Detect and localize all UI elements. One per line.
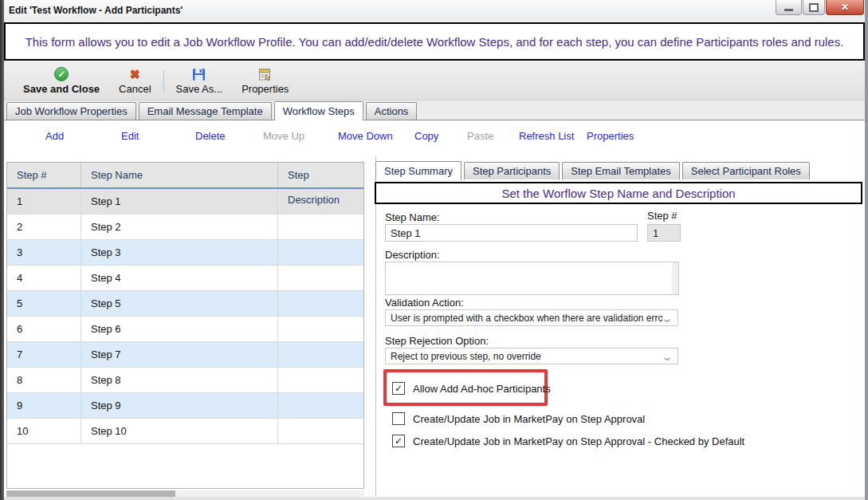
create-update-job-default-checkbox-row[interactable]: ✓ Create/Update Job in MarketPay on Step…: [392, 435, 744, 447]
table-row[interactable]: 8 Step 8: [7, 368, 363, 393]
allow-adhoc-participants-checkbox-row[interactable]: ✓ Allow Add Ad-hoc Participants: [392, 382, 551, 395]
validation-action-label: Validation Action:: [385, 297, 464, 309]
table-row[interactable]: 4 Step 4: [7, 266, 363, 291]
cell-step-num: 6: [7, 317, 81, 341]
cell-step-description: [277, 393, 363, 418]
column-header-step-num[interactable]: Step #: [7, 163, 81, 187]
step-number-input[interactable]: [647, 224, 681, 242]
panel-divider: [375, 156, 376, 497]
cell-step-name: Step 10: [81, 419, 277, 443]
validation-action-select[interactable]: User is prompted with a checkbox when th…: [385, 309, 678, 326]
cell-step-num: 2: [7, 215, 81, 239]
steps-table-header: Step # Step Name Step Description: [7, 163, 363, 189]
action-move-down[interactable]: Move Down: [338, 130, 393, 142]
main-tabbar: Job Workflow Properties Email Message Te…: [4, 100, 865, 120]
tab-job-workflow-properties[interactable]: Job Workflow Properties: [6, 102, 136, 120]
cell-step-name: Step 7: [81, 342, 277, 367]
create-update-job-checkbox[interactable]: [392, 412, 405, 425]
cell-step-name: Step 4: [81, 266, 277, 290]
tab-step-participants[interactable]: Step Participants: [464, 162, 560, 179]
create-update-job-default-checkbox[interactable]: ✓: [392, 435, 405, 447]
cancel-icon: ✖: [130, 68, 140, 81]
tab-step-email-templates[interactable]: Step Email Templates: [562, 162, 680, 179]
cancel-label: Cancel: [119, 83, 151, 95]
step-name-input[interactable]: [385, 224, 638, 242]
tab-workflow-steps[interactable]: Workflow Steps: [274, 101, 363, 120]
action-edit[interactable]: Edit: [121, 130, 139, 142]
column-header-step-name[interactable]: Step Name: [81, 163, 277, 187]
cell-step-num: 1: [7, 189, 81, 214]
dialog-window: Edit 'Test Workflow - Add Participants' …: [0, 0, 868, 500]
minimize-button[interactable]: [776, 0, 802, 15]
cell-step-description: [277, 215, 363, 239]
chevron-down-icon: ⌄: [661, 314, 674, 322]
create-update-job-checkbox-row[interactable]: Create/Update Job in MarketPay on Step A…: [392, 412, 645, 425]
cell-step-num: 4: [7, 266, 81, 290]
column-header-step-description[interactable]: Step Description: [277, 163, 363, 187]
minimize-icon: [784, 9, 793, 11]
save-and-close-label: Save and Close: [23, 83, 100, 95]
step-rejection-option-select[interactable]: Reject to previous step, no override ⌄: [385, 348, 678, 364]
action-delete[interactable]: Delete: [195, 130, 226, 142]
create-update-job-default-label: Create/Update Job in MarketPay on Step A…: [413, 435, 744, 447]
toolbar: ✓ Save and Close ✖ Cancel Save As...: [4, 62, 865, 100]
cell-step-description: [277, 317, 363, 341]
steps-table: Step # Step Name Step Description 1 Step…: [6, 162, 364, 489]
tab-step-summary[interactable]: Step Summary: [375, 161, 461, 180]
properties-icon: [258, 68, 272, 81]
save-and-close-button[interactable]: ✓ Save and Close: [14, 66, 109, 96]
step-rejection-option-label: Step Rejection Option:: [385, 335, 489, 347]
cell-step-description: [277, 342, 363, 367]
detail-tabbar: Step Summary Step Participants Step Emai…: [375, 161, 810, 179]
validation-action-value: User is prompted with a checkbox when th…: [391, 313, 662, 324]
cancel-button[interactable]: ✖ Cancel: [109, 66, 160, 96]
window-title: Edit 'Test Workflow - Add Participants': [9, 5, 183, 16]
tab-email-message-template[interactable]: Email Message Template: [139, 102, 272, 120]
table-row[interactable]: 5 Step 5: [7, 291, 363, 317]
info-banner-text: This form allows you to edit a Job Workf…: [26, 35, 844, 49]
cell-step-num: 5: [7, 291, 81, 316]
cell-step-description: [277, 291, 363, 316]
info-banner: This form allows you to edit a Job Workf…: [4, 22, 865, 61]
action-links: Add Edit Delete Move Up Move Down Copy P…: [4, 130, 865, 148]
save-as-button[interactable]: Save As...: [167, 66, 233, 96]
action-refresh-list[interactable]: Refresh List: [519, 130, 574, 142]
table-row[interactable]: 6 Step 6: [7, 317, 363, 342]
cell-step-name: Step 9: [81, 393, 277, 418]
cell-step-name: Step 5: [81, 291, 277, 316]
table-row[interactable]: 9 Step 9: [7, 393, 363, 419]
workflow-steps-panel: Add Edit Delete Move Up Move Down Copy P…: [4, 120, 865, 497]
table-row[interactable]: 1 Step 1: [7, 189, 363, 215]
cell-step-num: 8: [7, 368, 81, 392]
allow-adhoc-participants-checkbox[interactable]: ✓: [392, 382, 405, 395]
maximize-icon: [809, 3, 819, 12]
description-textarea[interactable]: [385, 262, 679, 295]
titlebar: Edit 'Test Workflow - Add Participants' …: [4, 0, 865, 21]
table-row[interactable]: 3 Step 3: [7, 240, 363, 266]
window-border-right: [865, 0, 868, 500]
cell-step-description: [277, 240, 363, 265]
tab-select-participant-roles[interactable]: Select Participant Roles: [682, 162, 810, 179]
action-properties[interactable]: Properties: [587, 130, 634, 142]
table-row[interactable]: 7 Step 7: [7, 342, 363, 368]
cell-step-num: 9: [7, 393, 81, 418]
step-summary-heading: Set the Worflow Step Name and Descriptio…: [501, 187, 735, 200]
table-row[interactable]: 2 Step 2: [7, 215, 363, 240]
cell-step-name: Step 8: [81, 368, 277, 392]
step-rejection-option-value: Reject to previous step, no override: [391, 351, 662, 362]
tab-actions[interactable]: Actions: [366, 102, 418, 120]
step-number-label: Step #: [647, 210, 678, 222]
window-controls: ✕: [775, 0, 864, 15]
cell-step-description: [277, 189, 363, 214]
cell-step-num: 7: [7, 342, 81, 367]
action-copy[interactable]: Copy: [414, 130, 438, 142]
action-add[interactable]: Add: [45, 130, 64, 142]
close-button[interactable]: ✕: [826, 0, 864, 15]
step-summary-heading-box: Set the Worflow Step Name and Descriptio…: [375, 182, 862, 204]
properties-button[interactable]: Properties: [232, 66, 298, 96]
cell-step-name: Step 3: [81, 240, 277, 265]
maximize-button[interactable]: [803, 0, 825, 15]
table-row[interactable]: 10 Step 10: [7, 419, 363, 444]
cell-step-description: [277, 368, 363, 392]
properties-label: Properties: [242, 83, 289, 95]
